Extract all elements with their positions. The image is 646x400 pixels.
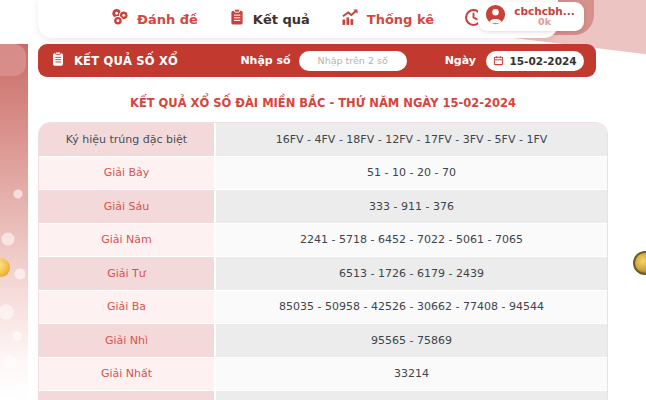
prize-label: Giải Sáu [39, 190, 216, 223]
clipboard-icon-white [50, 51, 66, 71]
prize-label: Giải Nhất [39, 358, 216, 391]
table-row: Giải Nhất 33214 [39, 358, 607, 392]
prize-label: Giải Năm [39, 224, 216, 257]
nav-item-thong-ke[interactable]: Thống kê [340, 7, 434, 31]
results-table: Ký hiệu trúng đặc biệt 16FV - 4FV - 18FV… [38, 122, 608, 400]
left-bubble-strip [0, 44, 28, 400]
number-input-label: Nhập số [240, 54, 290, 67]
user-account-badge[interactable]: cbchcbh... 0k [478, 2, 584, 31]
result-header-bar: KẾT QUẢ SỐ XỔ Nhập số Ngày 15-02-2024 [38, 44, 596, 77]
left-strip-cap [0, 44, 26, 76]
table-row: Giải Tư 6513 - 1726 - 6179 - 2439 [39, 257, 607, 291]
prize-label: Giải Đặc Biệt [39, 391, 216, 400]
results-table-body: Ký hiệu trúng đặc biệt 16FV - 4FV - 18FV… [39, 123, 607, 400]
prize-label: Giải Ba [39, 291, 216, 324]
table-row: Giải Bảy 51 - 10 - 20 - 70 [39, 157, 607, 191]
prize-label: Ký hiệu trúng đặc biệt [39, 123, 216, 156]
prize-value: 2241 - 5718 - 6452 - 7022 - 5061 - 7065 [216, 224, 607, 257]
date-picker[interactable]: 15-02-2024 [486, 51, 584, 71]
stats-chart-icon [340, 7, 360, 31]
result-bar-title: KẾT QUẢ SỐ XỔ [74, 54, 178, 68]
prize-value: 333 - 911 - 376 [216, 190, 607, 223]
page-title: KẾT QUẢ XỔ SỐ ĐÀI MIỀN BẮC - THỨ NĂM NGÀ… [38, 96, 608, 110]
number-search-input[interactable] [299, 51, 407, 71]
prize-value: 6513 - 1726 - 6179 - 2439 [216, 257, 607, 290]
lottery-balls-icon [110, 7, 130, 31]
prize-label: Giải Tư [39, 257, 216, 290]
prize-value: 33214 [216, 358, 607, 391]
prize-value: 48331 [216, 391, 607, 400]
date-label: Ngày [445, 54, 476, 67]
table-row: Giải Ba 85035 - 50958 - 42526 - 30662 - … [39, 291, 607, 325]
date-value: 15-02-2024 [509, 55, 576, 67]
nav-item-label: Thống kê [367, 12, 434, 27]
table-row: Giải Sáu 333 - 911 - 376 [39, 190, 607, 224]
calendar-icon [493, 51, 504, 70]
prize-value: 16FV - 4FV - 18FV - 12FV - 17FV - 3FV - … [216, 123, 607, 156]
prize-value: 85035 - 50958 - 42526 - 30662 - 77408 - … [216, 291, 607, 324]
table-row: Ký hiệu trúng đặc biệt 16FV - 4FV - 18FV… [39, 123, 607, 157]
nav-item-label: Đánh đề [137, 12, 198, 27]
prize-value: 95565 - 75869 [216, 324, 607, 357]
avatar-icon [485, 4, 506, 29]
nav-item-ket-qua[interactable]: Kết quả [228, 8, 310, 30]
clipboard-icon [228, 8, 246, 30]
nav-item-danh-de[interactable]: Đánh đề [110, 7, 198, 31]
table-row: Giải Năm 2241 - 5718 - 6452 - 7022 - 506… [39, 224, 607, 258]
table-row: Giải Nhì 95565 - 75869 [39, 324, 607, 358]
nav-item-label: Kết quả [253, 12, 310, 27]
prize-label: Giải Bảy [39, 157, 216, 190]
prize-value: 51 - 10 - 20 - 70 [216, 157, 607, 190]
table-row: Giải Đặc Biệt 48331 [39, 391, 607, 400]
gold-coin-decoration [633, 251, 646, 275]
balance: 0k [538, 17, 551, 28]
prize-label: Giải Nhì [39, 324, 216, 357]
